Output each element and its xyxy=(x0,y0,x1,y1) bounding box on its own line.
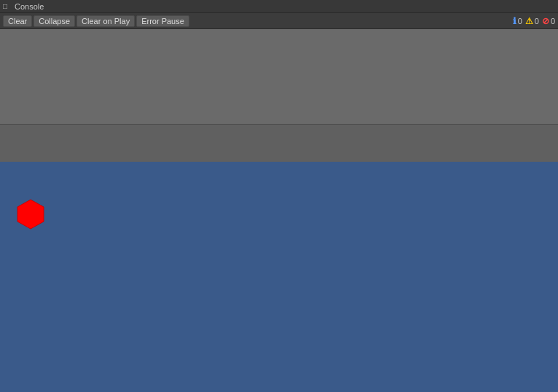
warn-counter: ⚠ 0 xyxy=(525,16,539,26)
svg-marker-0 xyxy=(17,200,44,229)
warn-icon: ⚠ xyxy=(525,16,533,26)
console-counters: ℹ 0 ⚠ 0 ⊘ 0 xyxy=(513,16,555,26)
hexagon-svg xyxy=(15,198,47,230)
error-counter: ⊘ 0 xyxy=(542,16,555,26)
info-count: 0 xyxy=(518,17,522,26)
hexagon-object xyxy=(15,198,47,230)
warn-count: 0 xyxy=(535,17,539,26)
scene-content xyxy=(0,162,558,392)
clear-button[interactable]: Clear xyxy=(3,15,32,27)
collapse-button[interactable]: Collapse xyxy=(34,15,75,27)
console-toolbar: Clear Collapse Clear on Play Error Pause… xyxy=(0,13,558,29)
console-titlebar: □ Console xyxy=(0,0,558,13)
error-count: 0 xyxy=(551,17,555,26)
clear-on-play-button[interactable]: Clear on Play xyxy=(76,15,135,27)
error-pause-button[interactable]: Error Pause xyxy=(136,15,189,27)
console-title: Console xyxy=(15,2,44,11)
error-icon: ⊘ xyxy=(542,16,549,26)
console-detail-area xyxy=(0,124,558,162)
info-counter: ℹ 0 xyxy=(513,16,522,26)
scene-area xyxy=(0,162,558,392)
console-icon: □ xyxy=(3,2,12,11)
console-panel: □ Console Clear Collapse Clear on Play E… xyxy=(0,0,558,162)
info-icon: ℹ xyxy=(513,16,516,26)
console-log-area[interactable] xyxy=(0,29,558,124)
